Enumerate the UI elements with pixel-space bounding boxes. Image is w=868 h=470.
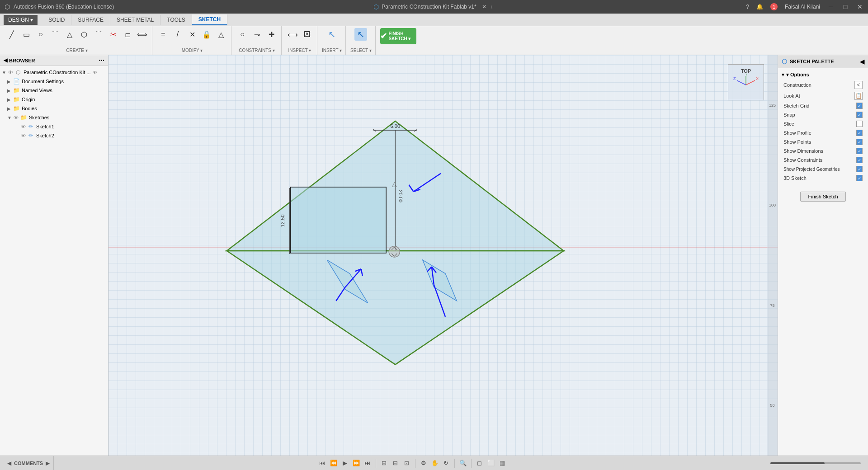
- design-dropdown[interactable]: DESIGN ▾: [4, 15, 38, 25]
- finish-sketch-palette-button[interactable]: Finish Sketch: [800, 192, 845, 202]
- browser-options-icon[interactable]: ⋯: [99, 57, 104, 64]
- tree-item-doc-settings[interactable]: ▶ 📄 Document Settings: [0, 77, 108, 86]
- line-tool[interactable]: ╱: [5, 28, 18, 41]
- svg-line-10: [415, 129, 417, 132]
- triangle-tool[interactable]: △: [63, 28, 76, 41]
- close-doc-icon[interactable]: ✕: [482, 4, 486, 10]
- sketch-palette: ⬡ SKETCH PALETTE ◀ ▾ ▾ Options Construct…: [778, 55, 868, 456]
- view-cube[interactable]: TOP X Y Z: [728, 64, 764, 100]
- options-header[interactable]: ▾ ▾ Options: [778, 70, 868, 80]
- insert-cursor[interactable]: ↖: [326, 28, 338, 41]
- select-label[interactable]: SELECT ▾: [350, 48, 372, 53]
- display-btn-1[interactable]: ◻: [475, 458, 485, 468]
- constraints-label[interactable]: CONSTRAINTS ▾: [239, 48, 274, 53]
- eye-root[interactable]: 👁: [7, 69, 14, 75]
- tree-item-sketch2[interactable]: ▶ 👁 ✏ Sketch2: [0, 131, 108, 140]
- svg-text:X: X: [756, 76, 759, 81]
- browser-collapse-icon[interactable]: ◀: [4, 57, 7, 63]
- tree-root-label: Parametric COnstruction Kit ...: [24, 70, 91, 75]
- expand-right-icon[interactable]: ▶: [46, 460, 50, 466]
- snap-checkbox[interactable]: [856, 112, 863, 118]
- maximize-button[interactable]: □: [842, 3, 849, 10]
- show-profile-checkbox[interactable]: [856, 130, 863, 136]
- cross-tool[interactable]: ✚: [265, 28, 278, 41]
- lock-tool[interactable]: 🔒: [200, 28, 213, 41]
- timeline-slider[interactable]: [770, 462, 861, 464]
- measure-tool[interactable]: ⟷: [286, 28, 299, 41]
- select-cursor[interactable]: ↖: [354, 28, 367, 41]
- circle-tool[interactable]: ○: [34, 28, 47, 41]
- equal-tool[interactable]: =: [157, 28, 170, 41]
- create-label[interactable]: CREATE ▾: [66, 48, 88, 53]
- canvas[interactable]: 1251007550 20.00 6.00 12.50: [108, 55, 778, 456]
- tab-tools[interactable]: TOOLS: [160, 15, 192, 25]
- tri-tool[interactable]: △: [215, 28, 227, 41]
- polygon-tool[interactable]: ⬡: [78, 28, 90, 41]
- circle-c-tool[interactable]: ○: [236, 28, 249, 41]
- palette-expand-icon[interactable]: ◀: [860, 58, 864, 65]
- tree-item-sketch1[interactable]: ▶ 👁 ✏ Sketch1: [0, 122, 108, 131]
- tab-surface[interactable]: SURFACE: [71, 15, 110, 25]
- tree-item-bodies[interactable]: ▶ 📁 Bodies: [0, 104, 108, 113]
- tree-item-origin[interactable]: ▶ 📁 Origin: [0, 95, 108, 104]
- settings-btn[interactable]: ⚙: [419, 458, 429, 468]
- palette-icon: ⬡: [782, 58, 787, 65]
- close-button[interactable]: ✕: [856, 3, 863, 10]
- view-btn[interactable]: ⊡: [402, 458, 412, 468]
- grid-btn-2[interactable]: ⊟: [391, 458, 401, 468]
- show-constraints-checkbox[interactable]: [856, 157, 863, 163]
- 3d-sketch-checkbox[interactable]: [856, 175, 863, 181]
- mirror-tool[interactable]: ⟺: [136, 28, 148, 41]
- grid-btn-1[interactable]: ⊞: [379, 458, 389, 468]
- arc-tool[interactable]: ⌒: [49, 28, 61, 41]
- orbit-btn[interactable]: ↻: [441, 458, 451, 468]
- help-icon[interactable]: ?: [746, 4, 749, 10]
- dim-tool[interactable]: ⊸: [250, 28, 263, 41]
- palette-title: SKETCH PALETTE: [790, 59, 834, 64]
- separator-4: [471, 459, 472, 468]
- pan-btn[interactable]: ✋: [430, 458, 440, 468]
- modify-label[interactable]: MODIFY ▾: [182, 48, 203, 53]
- tree-item-named-views[interactable]: ▶ 📁 Named Views: [0, 86, 108, 95]
- zoom-btn[interactable]: 🔍: [458, 458, 468, 468]
- minimize-button[interactable]: ─: [827, 3, 835, 10]
- tab-sheet-metal[interactable]: SHEET METAL: [110, 15, 160, 25]
- inspect-img[interactable]: 🖼: [301, 28, 313, 41]
- trim-tool[interactable]: ✂: [107, 28, 119, 41]
- play-end-btn[interactable]: ⏭: [363, 458, 373, 468]
- construction-icon-btn[interactable]: <: [854, 81, 863, 89]
- play-btn[interactable]: ▶: [340, 458, 350, 468]
- play-next-btn[interactable]: ⏩: [351, 458, 361, 468]
- tree-item-sketches[interactable]: ▼ 👁 📁 Sketches: [0, 113, 108, 122]
- finish-sketch-button[interactable]: ✔ FINISH SKETCH ▾: [380, 28, 416, 44]
- eye-sketch1[interactable]: 👁: [20, 123, 26, 130]
- palette-row-construction: Construction <: [778, 80, 868, 90]
- display-btn-2[interactable]: ⬜: [486, 458, 496, 468]
- constraints-tools: ○ ⊸ ✚: [236, 28, 278, 41]
- slice-checkbox[interactable]: [856, 121, 863, 127]
- tab-solid[interactable]: SOLID: [42, 15, 71, 25]
- show-points-checkbox[interactable]: [856, 139, 863, 145]
- display-btn-3[interactable]: ▦: [497, 458, 507, 468]
- tab-sketch[interactable]: SKETCH: [192, 14, 227, 25]
- play-start-btn[interactable]: ⏮: [317, 458, 327, 468]
- show-dimensions-checkbox[interactable]: [856, 148, 863, 154]
- fillet-tool[interactable]: ⌒: [92, 28, 105, 41]
- slash-tool[interactable]: /: [171, 28, 184, 41]
- look-at-icon-btn[interactable]: 📋: [854, 92, 863, 100]
- x-tool[interactable]: ✕: [186, 28, 198, 41]
- new-tab-icon[interactable]: ＋: [489, 3, 495, 11]
- play-prev-btn[interactable]: ⏪: [329, 458, 339, 468]
- inspect-label[interactable]: INSPECT ▾: [288, 48, 311, 53]
- tree-item-root[interactable]: ▼ 👁 ⬡ Parametric COnstruction Kit ... 👁: [0, 68, 108, 77]
- sketch-grid-checkbox[interactable]: [856, 103, 863, 109]
- rectangle-tool[interactable]: ▭: [20, 28, 33, 41]
- show-projected-checkbox[interactable]: [856, 166, 863, 172]
- notification-icon[interactable]: 🔔: [756, 4, 763, 10]
- eye-sketch2[interactable]: 👁: [20, 132, 26, 139]
- insert-label[interactable]: INSERT ▾: [322, 48, 342, 53]
- eye-sketches[interactable]: 👁: [13, 114, 19, 121]
- expand-left-icon[interactable]: ◀: [7, 460, 11, 466]
- visibility-icon[interactable]: 👁: [93, 70, 97, 75]
- offset-tool[interactable]: ⊏: [121, 28, 134, 41]
